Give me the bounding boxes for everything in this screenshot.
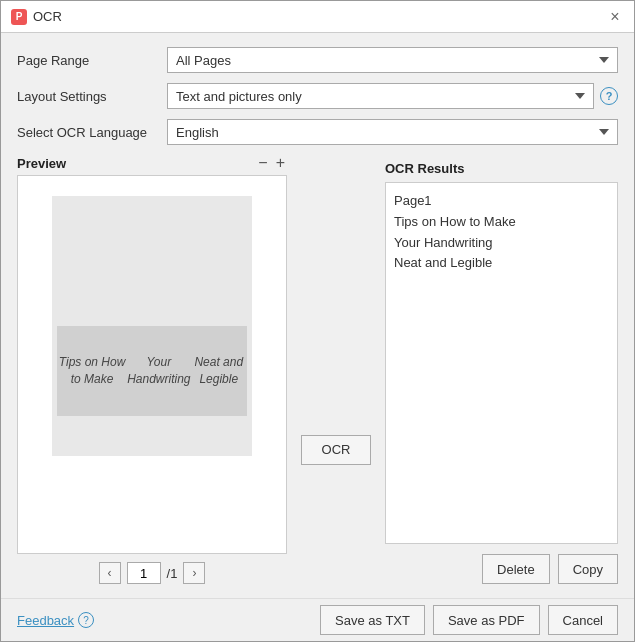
ocr-language-control: English [167,119,618,145]
layout-label: Layout Settings [17,89,157,104]
page-thumbnail: Tips on How to Make Your Handwriting Nea… [52,196,252,456]
layout-select[interactable]: Text and pictures only [167,83,594,109]
preview-box: Tips on How to Make Your Handwriting Nea… [17,175,287,554]
close-button[interactable]: × [606,8,624,26]
zoom-in-button[interactable]: + [274,155,287,171]
page-number-input[interactable] [127,562,161,584]
feedback-area: Feedback ? [17,612,94,628]
preview-title: Preview [17,156,66,171]
ocr-language-label: Select OCR Language [17,125,157,140]
page-content: Tips on How to Make Your Handwriting Nea… [57,326,247,416]
page-range-label: Page Range [17,53,157,68]
save-as-pdf-button[interactable]: Save as PDF [433,605,540,635]
ocr-result-line-1: Page1 [394,191,609,212]
ocr-result-line-3: Your Handwriting [394,233,609,254]
preview-header: Preview − + [17,155,287,171]
main-window: P OCR × Page Range All Pages Layout Sett… [0,0,635,642]
ocr-button[interactable]: OCR [301,435,371,465]
feedback-link[interactable]: Feedback [17,613,74,628]
page-total: /1 [167,566,178,581]
ocr-language-select[interactable]: English [167,119,618,145]
title-bar-left: P OCR [11,9,62,25]
ocr-button-wrapper: OCR [301,155,371,584]
ocr-results-box: Page1 Tips on How to Make Your Handwriti… [385,182,618,544]
feedback-help-icon[interactable]: ? [78,612,94,628]
next-page-button[interactable]: › [183,562,205,584]
app-icon: P [11,9,27,25]
ocr-results-title: OCR Results [385,161,618,176]
ocr-result-line-4: Neat and Legible [394,253,609,274]
layout-settings-row: Layout Settings Text and pictures only ? [17,83,618,109]
bottom-actions: Feedback ? Save as TXT Save as PDF Cance… [1,598,634,641]
delete-button[interactable]: Delete [482,554,550,584]
ocr-panel: OCR Results Page1 Tips on How to Make Yo… [385,155,618,584]
preview-image: Tips on How to Make Your Handwriting Nea… [18,176,286,553]
page-range-control: All Pages [167,47,618,73]
cancel-button[interactable]: Cancel [548,605,618,635]
window-title: OCR [33,9,62,24]
save-as-txt-button[interactable]: Save as TXT [320,605,425,635]
page-range-select[interactable]: All Pages [167,47,618,73]
action-buttons: Save as TXT Save as PDF Cancel [320,605,618,635]
main-area: Preview − + Tips on How to Make Your Han… [17,155,618,584]
page-navigation: ‹ /1 › [17,562,287,584]
page-range-row: Page Range All Pages [17,47,618,73]
preview-panel: Preview − + Tips on How to Make Your Han… [17,155,287,584]
copy-button[interactable]: Copy [558,554,618,584]
prev-page-button[interactable]: ‹ [99,562,121,584]
layout-help-icon[interactable]: ? [600,87,618,105]
title-bar: P OCR × [1,1,634,33]
ocr-result-line-2: Tips on How to Make [394,212,609,233]
zoom-out-button[interactable]: − [256,155,269,171]
content-area: Page Range All Pages Layout Settings Tex… [1,33,634,594]
zoom-controls: − + [256,155,287,171]
layout-control: Text and pictures only ? [167,83,618,109]
ocr-language-row: Select OCR Language English [17,119,618,145]
delete-copy-row: Delete Copy [385,554,618,584]
